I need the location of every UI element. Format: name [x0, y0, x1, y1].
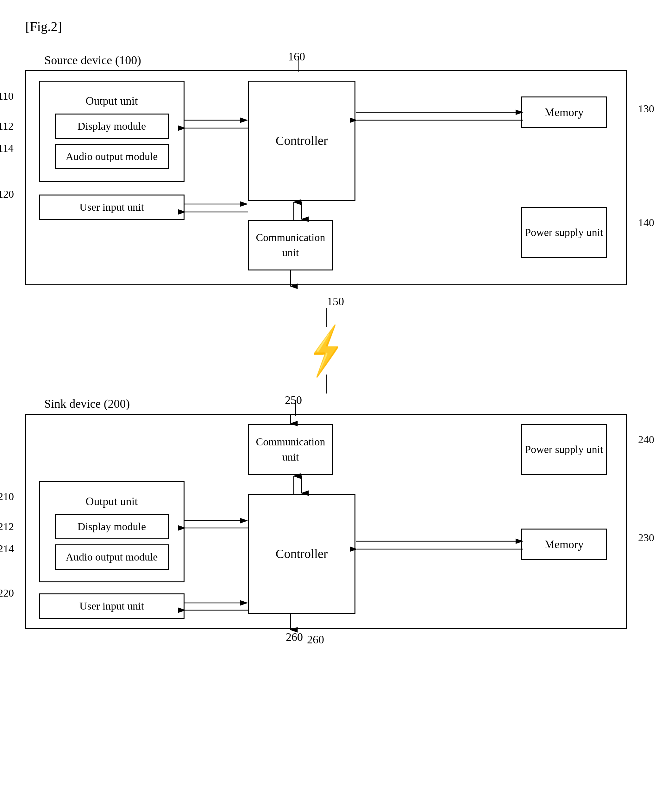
sink-comm-box: Communication unit: [248, 424, 333, 475]
ref-140: 140: [638, 217, 654, 229]
lightning-symbol: ⚡: [308, 327, 344, 375]
ref-110: 110: [0, 90, 14, 102]
ref-210: 210: [0, 491, 14, 503]
source-controller-box: Controller: [248, 81, 356, 201]
sink-audio-output-box: Audio output module: [55, 544, 169, 570]
lightning-section: 150 ⚡: [26, 295, 627, 394]
sink-display-module-box: Display module: [55, 514, 169, 539]
sink-output-unit-label: Output unit: [46, 494, 177, 509]
source-device-box: 110 112 114 120 130 140 Output unit Disp…: [26, 70, 627, 285]
ref-130: 130: [638, 103, 654, 115]
ref-220: 220: [0, 587, 14, 599]
ref-112: 112: [0, 120, 14, 132]
sink-device-label: Sink device (200): [44, 397, 642, 411]
sink-device-box: 210 212 214 220 230 240 260 Communicatio…: [26, 414, 627, 629]
source-output-unit-label: Output unit: [46, 93, 177, 109]
source-comm-box: Communication unit: [248, 220, 333, 270]
sink-memory-box: Memory: [521, 528, 607, 560]
fig-label: [Fig.2]: [26, 19, 645, 34]
source-audio-output-box: Audio output module: [55, 144, 169, 169]
ref-160: 160: [288, 50, 305, 63]
sink-output-unit-box: Output unit Display module Audio output …: [39, 481, 184, 583]
ref-240: 240: [638, 434, 654, 446]
ref-260: 260: [286, 630, 303, 644]
ref-214: 214: [0, 543, 14, 555]
ref-114: 114: [0, 142, 14, 155]
ref-250: 250: [285, 394, 302, 407]
ref-260-label: 260: [307, 633, 324, 646]
source-device-label: Source device (100): [44, 53, 642, 67]
ref-230: 230: [638, 532, 654, 544]
source-user-input-box: User input unit: [39, 195, 184, 220]
source-output-unit-box: Output unit Display module Audio output …: [39, 81, 184, 182]
sink-controller-box: Controller: [248, 494, 356, 614]
source-memory-box: Memory: [521, 97, 607, 128]
source-psu-box: Power supply unit: [521, 207, 607, 258]
source-display-module-box: Display module: [55, 114, 169, 139]
sink-user-input-box: User input unit: [39, 593, 184, 619]
ref-150-label: 150: [327, 295, 344, 308]
ref-212: 212: [0, 521, 14, 533]
ref-120: 120: [0, 188, 14, 200]
sink-psu-box: Power supply unit: [521, 424, 607, 475]
